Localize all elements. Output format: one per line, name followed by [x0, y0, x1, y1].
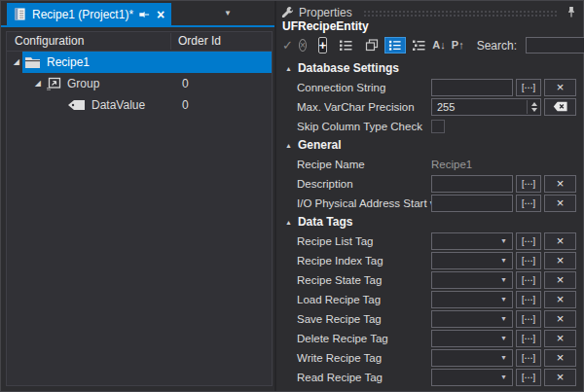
- combo-select[interactable]: ▼: [431, 369, 513, 386]
- clear-button[interactable]: ×: [544, 232, 576, 250]
- close-icon[interactable]: ×: [157, 8, 164, 21]
- clear-button[interactable]: ×: [544, 175, 576, 193]
- property-value: ▼[⋯]×: [431, 369, 576, 386]
- tree-row-content: DataValue: [65, 94, 272, 116]
- section-header[interactable]: ▲Data Tags: [281, 213, 576, 231]
- combo-select[interactable]: ▼: [431, 291, 513, 308]
- checkbox[interactable]: [431, 120, 445, 133]
- tree-row[interactable]: DataValue0: [7, 94, 272, 116]
- text-input[interactable]: [431, 79, 513, 96]
- ellipsis-button[interactable]: [⋯]: [516, 291, 541, 308]
- property-value: [431, 120, 576, 133]
- search-label: Search:: [477, 39, 517, 53]
- chevron-down-icon[interactable]: ▼: [498, 276, 509, 283]
- pin-icon[interactable]: [139, 9, 150, 20]
- clear-button[interactable]: ×: [544, 310, 576, 328]
- add-button[interactable]: +: [318, 37, 328, 53]
- spinner-up-icon[interactable]: [531, 102, 537, 106]
- combo-select[interactable]: ▼: [431, 271, 513, 289]
- clear-button[interactable]: ×: [544, 369, 576, 386]
- section-expanded-icon[interactable]: ▲: [285, 219, 292, 226]
- ellipsis-button[interactable]: [⋯]: [516, 175, 541, 193]
- section-expanded-icon[interactable]: ▲: [285, 142, 292, 149]
- chevron-down-icon[interactable]: ▼: [498, 374, 509, 380]
- properties-title-bar[interactable]: Properties: [281, 1, 576, 20]
- chevron-down-icon[interactable]: ▼: [498, 315, 509, 322]
- ellipsis-button[interactable]: [⋯]: [516, 310, 541, 328]
- chevron-down-icon[interactable]: ▼: [498, 335, 509, 341]
- property-row: Skip Column Type Check: [281, 117, 576, 135]
- tree-row[interactable]: ◢Recipe1: [7, 52, 272, 73]
- property-label: I/O Physical Address Start value: [297, 197, 431, 209]
- document-list-dropdown-icon[interactable]: ▼: [224, 9, 232, 18]
- column-header-configuration[interactable]: Configuration: [15, 34, 84, 48]
- ellipsis-button[interactable]: [⋯]: [516, 271, 541, 289]
- chevron-down-icon[interactable]: ▼: [498, 237, 509, 244]
- list-settings-icon[interactable]: [339, 39, 353, 52]
- number-input[interactable]: 255: [431, 98, 541, 116]
- clear-button[interactable]: ×: [544, 349, 576, 367]
- expander-icon[interactable]: ◢: [35, 80, 44, 88]
- sort-az-icon[interactable]: A↓: [432, 40, 445, 51]
- tab-recipe1[interactable]: Recipe1 (Project1)* ×: [7, 3, 171, 25]
- tab-strip: Recipe1 (Project1)* × ▼: [1, 1, 274, 27]
- clear-button[interactable]: ×: [544, 79, 576, 96]
- apply-icon[interactable]: ✓: [282, 39, 293, 52]
- search-input[interactable]: [526, 37, 584, 53]
- alphabetical-view-icon[interactable]: [412, 39, 426, 52]
- text-input[interactable]: [431, 175, 513, 193]
- ellipsis-button[interactable]: [⋯]: [516, 232, 541, 250]
- combo-select[interactable]: ▼: [431, 232, 513, 250]
- column-header-order-id[interactable]: Order Id: [178, 34, 221, 48]
- tree-row[interactable]: ◢Group0: [7, 73, 272, 94]
- section-expanded-icon[interactable]: ▲: [285, 65, 292, 72]
- expander-icon[interactable]: ◢: [14, 58, 22, 66]
- chevron-down-icon[interactable]: ▼: [498, 296, 509, 303]
- property-row: Load Recipe Tag▼[⋯]×: [281, 290, 576, 308]
- column-separator[interactable]: [170, 33, 171, 50]
- section-header[interactable]: ▲Database Settings: [281, 59, 576, 77]
- section-title: General: [298, 138, 342, 152]
- spinner-down-icon[interactable]: [531, 108, 537, 112]
- clear-button[interactable]: ×: [544, 291, 576, 308]
- panel-pin-icon[interactable]: [566, 6, 576, 18]
- property-pages-icon[interactable]: P↑: [452, 40, 464, 51]
- clear-button[interactable]: ×: [544, 252, 576, 269]
- categorized-view-icon[interactable]: [384, 37, 406, 53]
- clear-button[interactable]: ×: [544, 195, 576, 212]
- properties-toolbar: ✓ × + A↓ P↑ Search:: [281, 34, 576, 56]
- combo-select[interactable]: ▼: [431, 310, 513, 328]
- tree-row-content: Group: [44, 73, 272, 94]
- property-value: ▼[⋯]×: [431, 291, 576, 308]
- clear-button[interactable]: ×: [544, 271, 576, 289]
- properties-panel: Properties UFRecipeEntity ✓ × +: [274, 1, 583, 391]
- property-label: Skip Column Type Check: [297, 121, 431, 132]
- property-row: Write Recipe Tag▼[⋯]×: [281, 348, 576, 367]
- tree-header: Configuration Order Id: [7, 32, 272, 52]
- ellipsis-button[interactable]: [⋯]: [516, 195, 541, 212]
- chevron-down-icon[interactable]: ▼: [498, 257, 509, 264]
- chevron-down-icon[interactable]: ▼: [498, 354, 509, 361]
- ellipsis-button[interactable]: [⋯]: [516, 252, 541, 269]
- section-header[interactable]: ▲General: [281, 136, 576, 154]
- app-window: Recipe1 (Project1)* × ▼ Configuration Or…: [0, 0, 584, 392]
- ellipsis-button[interactable]: [⋯]: [516, 330, 541, 347]
- order-id-value: 0: [182, 77, 189, 90]
- combo-select[interactable]: ▼: [431, 252, 513, 269]
- text-input[interactable]: [431, 195, 513, 212]
- copy-icon[interactable]: [365, 39, 379, 52]
- backspace-clear-button[interactable]: [544, 98, 576, 116]
- entity-name: UFRecipeEntity: [281, 20, 576, 34]
- property-label: Delete Recipe Tag: [297, 333, 431, 344]
- property-grid: ▲Database SettingsConnection String[⋯]×M…: [281, 56, 576, 391]
- combo-select[interactable]: ▼: [431, 349, 513, 367]
- ellipsis-button[interactable]: [⋯]: [516, 369, 541, 386]
- cancel-icon[interactable]: ×: [299, 39, 307, 52]
- clear-button[interactable]: ×: [544, 330, 576, 347]
- tree-indent: [7, 94, 65, 116]
- property-value: ▼[⋯]×: [431, 349, 576, 367]
- ellipsis-button[interactable]: [⋯]: [516, 349, 541, 367]
- combo-select[interactable]: ▼: [431, 330, 513, 347]
- spinner-control[interactable]: [527, 100, 537, 114]
- ellipsis-button[interactable]: [⋯]: [516, 79, 541, 96]
